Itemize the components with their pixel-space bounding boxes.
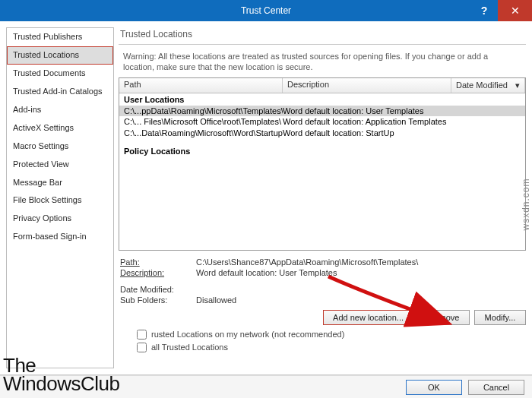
detail-path-label: Path: (120, 257, 196, 267)
detail-date-label: Date Modified: (120, 285, 196, 294)
sidebar-item-file-block[interactable]: File Block Settings (7, 191, 113, 210)
detail-desc-value: Word default location: User Templates (196, 268, 524, 277)
detail-date-value (196, 285, 524, 294)
sidebar-item-privacy[interactable]: Privacy Options (7, 210, 113, 228)
remove-button[interactable]: Remove (418, 310, 470, 325)
sidebar-item-trusted-documents[interactable]: Trusted Documents (7, 65, 113, 83)
sidebar: Trusted Publishers Trusted Locations Tru… (6, 27, 114, 368)
main-pane: Trusted Locations Warning: All these loc… (119, 27, 526, 368)
network-checkbox-label: rusted Locations on my network (not reco… (151, 330, 344, 339)
table-body[interactable]: User Locations C:\...ppData\Roaming\Micr… (119, 93, 525, 250)
sidebar-item-trusted-publishers[interactable]: Trusted Publishers (7, 28, 113, 46)
row-desc: Word default location: User Templates (283, 106, 521, 117)
detail-subfolders-value: Disallowed (196, 295, 524, 305)
table-row[interactable]: C:\... Files\Microsoft Office\root\Templ… (119, 116, 525, 128)
row-desc: Word default location: StartUp (283, 128, 521, 139)
add-location-button[interactable]: Add new location... (323, 310, 413, 325)
check-disable-row[interactable]: all Trusted Locations (119, 341, 526, 354)
window-title: Trust Center (241, 5, 291, 16)
row-path: C:\... Files\Microsoft Office\root\Templ… (124, 116, 283, 128)
dialog-body: Trusted Publishers Trusted Locations Tru… (0, 21, 532, 375)
table-row[interactable]: C:\...ppData\Roaming\Microsoft\Templates… (119, 106, 525, 117)
row-path: C:\...Data\Roaming\Microsoft\Word\Startu… (124, 128, 283, 139)
warning-text: Warning: All these locations are treated… (119, 45, 526, 77)
ok-button[interactable]: OK (406, 380, 462, 395)
locations-table: Path Description Date Modified ▾ User Lo… (119, 77, 526, 251)
disable-checkbox[interactable] (137, 343, 147, 352)
col-description[interactable]: Description (283, 78, 451, 93)
col-date-label: Date Modified (456, 81, 508, 90)
col-date-modified[interactable]: Date Modified ▾ (451, 78, 525, 93)
close-button[interactable]: ✕ (498, 0, 532, 21)
detail-desc-label: Description: (120, 268, 196, 277)
sidebar-item-trusted-locations[interactable]: Trusted Locations (7, 46, 113, 65)
sidebar-item-addins[interactable]: Add-ins (7, 101, 113, 119)
sidebar-item-trusted-addins[interactable]: Trusted Add-in Catalogs (7, 83, 113, 101)
row-path: C:\...ppData\Roaming\Microsoft\Templates… (124, 106, 283, 117)
modify-button[interactable]: Modify... (474, 310, 526, 325)
check-network-row[interactable]: rusted Locations on my network (not reco… (119, 328, 526, 341)
row-desc: Word default location: Application Templ… (283, 116, 521, 128)
action-buttons: Add new location... Remove Modify... (119, 305, 526, 328)
pane-title: Trusted Locations (119, 27, 526, 45)
sidebar-item-macro[interactable]: Macro Settings (7, 137, 113, 156)
network-checkbox[interactable] (137, 330, 147, 340)
table-row[interactable]: C:\...Data\Roaming\Microsoft\Word\Startu… (119, 128, 525, 139)
table-header: Path Description Date Modified ▾ (119, 78, 525, 93)
help-button[interactable]: ? (470, 0, 498, 21)
group-user-locations: User Locations (119, 93, 525, 106)
sort-chevron-icon: ▾ (515, 81, 520, 90)
details: Path: C:\Users\Shance87\AppData\Roaming\… (119, 251, 526, 305)
col-path[interactable]: Path (119, 78, 283, 93)
sidebar-item-activex[interactable]: ActiveX Settings (7, 119, 113, 137)
sidebar-item-message-bar[interactable]: Message Bar (7, 174, 113, 192)
disable-checkbox-label: all Trusted Locations (151, 343, 228, 352)
footer: OK Cancel (0, 375, 532, 398)
group-policy-locations: Policy Locations (119, 145, 525, 157)
sidebar-item-form-signin[interactable]: Form-based Sign-in (7, 228, 113, 246)
titlebar: Trust Center ? ✕ (0, 0, 532, 21)
cancel-button[interactable]: Cancel (468, 380, 524, 395)
sidebar-item-protected-view[interactable]: Protected View (7, 156, 113, 174)
detail-path-value: C:\Users\Shance87\AppData\Roaming\Micros… (196, 257, 524, 267)
detail-subfolders-label: Sub Folders: (120, 295, 196, 305)
